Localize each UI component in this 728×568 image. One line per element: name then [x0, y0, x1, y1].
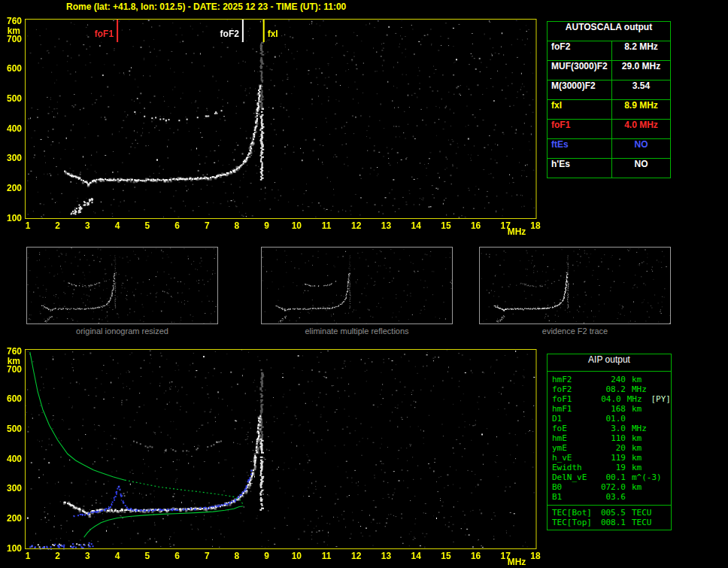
- autoscala-row-muf-3000-f2: MUF(3000)F229.0 MHz: [548, 61, 670, 80]
- autoscala-row-h-es: h'EsNO: [548, 159, 670, 178]
- aip-row-hmf2: hmF2240km: [548, 375, 671, 384]
- aip-row-ewidth: Ewidth19km: [548, 463, 671, 472]
- aip-param-label: h_vE: [548, 453, 596, 463]
- aip-param-value: 03.6: [596, 492, 626, 502]
- thumbnail-eliminate-reflections: [261, 247, 453, 324]
- aip-row-hme: hmE110km: [548, 433, 671, 443]
- ionogram-profile-plot: [0, 342, 543, 568]
- thumbnail-evidence-f2-trace: [479, 247, 671, 324]
- aip-param-value: 240: [596, 375, 626, 384]
- aip-output-table: AIP output hmF2240kmfoF208.2MHzfoF104.0M…: [547, 354, 672, 530]
- aip-row-h-ve: h_vE119km: [548, 453, 671, 463]
- aip-param-value: 3.0: [596, 424, 626, 433]
- aip-param-label: DelN_vE: [548, 472, 596, 482]
- aip-param-unit: MHz: [621, 394, 651, 404]
- autoscala-table-rows: foF28.2 MHzMUF(3000)F229.0 MHzM(3000)F23…: [548, 41, 670, 178]
- aip-param-unit: km: [626, 482, 657, 492]
- aip-param-label: hmF1: [548, 404, 596, 414]
- aip-row-yme: ymE20km: [548, 443, 671, 453]
- aip-param-unit: [626, 414, 657, 424]
- station-date-title: Rome (lat: +41.8, lon: 012.5) - DATE: 20…: [66, 2, 346, 12]
- aip-param-unit: km: [626, 375, 657, 384]
- aip-table-title: AIP output: [548, 354, 671, 372]
- aip-param-value: 008.1: [596, 518, 626, 527]
- aip-param-unit: m^(-3): [626, 472, 657, 482]
- aip-param-value: 00.1: [596, 472, 626, 482]
- aip-param-unit: [626, 492, 657, 502]
- aip-row-deln-ve: DelN_vE00.1m^(-3): [548, 472, 671, 482]
- aip-row-b0: B0072.0km: [548, 482, 671, 492]
- autoscala-param-label: ftEs: [548, 139, 612, 158]
- autoscala-param-value: 8.2 MHz: [612, 41, 670, 60]
- thumbnail-original-ionogram: [26, 247, 218, 324]
- aip-param-value: 19: [596, 463, 626, 472]
- aip-param-unit: km: [626, 433, 657, 443]
- aip-param-value: 08.2: [596, 384, 626, 394]
- aip-param-value: 110: [596, 433, 626, 443]
- autoscala-param-label: M(3000)F2: [548, 80, 612, 99]
- aip-row-d1: D101.0: [548, 414, 671, 424]
- autoscala-param-value: 3.54: [612, 80, 670, 99]
- autoscala-param-label: MUF(3000)F2: [548, 61, 612, 80]
- aip-param-value: 072.0: [596, 482, 626, 492]
- autoscala-row-fof1: foF14.0 MHz: [548, 120, 670, 139]
- autoscala-row-ftes: ftEsNO: [548, 139, 670, 159]
- thumbnail-caption-evidence: evidence F2 trace: [479, 327, 671, 336]
- aip-param-label: B0: [548, 482, 596, 492]
- autoscala-param-label: fxI: [548, 100, 612, 119]
- autoscala-param-value: NO: [612, 139, 670, 158]
- aip-param-unit: km: [626, 463, 657, 472]
- aip-row-foe: foE3.0MHz: [548, 424, 671, 433]
- autoscala-param-value: 29.0 MHz: [612, 61, 670, 80]
- autoscala-row-fof2: foF28.2 MHz: [548, 41, 670, 61]
- aip-param-unit: km: [626, 443, 657, 453]
- thumbnail-caption-original: original ionogram resized: [26, 327, 218, 336]
- aip-param-unit: TECU: [626, 508, 657, 518]
- aip-param-unit: km: [626, 453, 657, 463]
- aip-row-tec-bot: TEC[Bot]005.5TECU: [548, 508, 671, 518]
- aip-param-label: foF1: [548, 394, 593, 404]
- aip-row-fof1: foF104.0MHz[PY]: [548, 394, 671, 404]
- aip-row-fof2: foF208.2MHz: [548, 384, 671, 394]
- autoscala-row-m-3000-f2: M(3000)F23.54: [548, 80, 670, 100]
- aip-param-label: D1: [548, 414, 596, 424]
- aip-param-unit: TECU: [626, 518, 657, 527]
- aip-param-label: hmE: [548, 433, 596, 443]
- aip-param-value: 119: [596, 453, 626, 463]
- aip-param-label: foF2: [548, 384, 596, 394]
- aip-row-b1: B103.6: [548, 492, 671, 502]
- aip-param-label: TEC[Bot]: [548, 508, 596, 518]
- autoscala-table-title: AUTOSCALA output: [548, 22, 670, 41]
- autoscala-app-window: Rome (lat: +41.8, lon: 012.5) - DATE: 20…: [0, 0, 728, 568]
- autoscala-param-label: foF1: [548, 120, 612, 138]
- aip-param-value: 01.0: [596, 414, 626, 424]
- aip-param-value: 168: [596, 404, 626, 414]
- autoscala-param-label: h'Es: [548, 159, 612, 178]
- aip-param-unit: km: [626, 404, 657, 414]
- ionogram-autoscala-plot: [0, 12, 543, 238]
- aip-row-hmf1: hmF1168km: [548, 404, 671, 414]
- aip-param-unit: MHz: [626, 384, 657, 394]
- aip-param-value: 04.0: [593, 394, 620, 404]
- aip-param-label: TEC[Top]: [548, 518, 596, 527]
- aip-param-label: hmF2: [548, 375, 596, 384]
- aip-param-value: 005.5: [596, 508, 626, 518]
- aip-param-label: Ewidth: [548, 463, 596, 472]
- autoscala-param-value: 8.9 MHz: [612, 100, 670, 119]
- aip-param-value: 20: [596, 443, 626, 453]
- aip-table-rows: hmF2240kmfoF208.2MHzfoF104.0MHz[PY]hmF11…: [548, 372, 671, 503]
- autoscala-param-label: foF2: [548, 41, 612, 60]
- autoscala-output-table: AUTOSCALA output foF28.2 MHzMUF(3000)F22…: [547, 21, 671, 178]
- autoscala-param-value: 4.0 MHz: [612, 120, 670, 138]
- aip-row-tec-top: TEC[Top]008.1TECU: [548, 518, 671, 527]
- aip-param-label: B1: [548, 492, 596, 502]
- aip-param-label: ymE: [548, 443, 596, 453]
- autoscala-param-value: NO: [612, 159, 670, 178]
- autoscala-row-fxi: fxI8.9 MHz: [548, 100, 670, 120]
- aip-param-unit: MHz: [626, 424, 657, 433]
- aip-param-label: foE: [548, 424, 596, 433]
- thumbnail-caption-eliminate: eliminate multiple reflections: [261, 327, 453, 336]
- aip-param-extra: [PY]: [651, 394, 672, 404]
- aip-tec-rows: TEC[Bot]005.5TECUTEC[Top]008.1TECU: [548, 505, 671, 530]
